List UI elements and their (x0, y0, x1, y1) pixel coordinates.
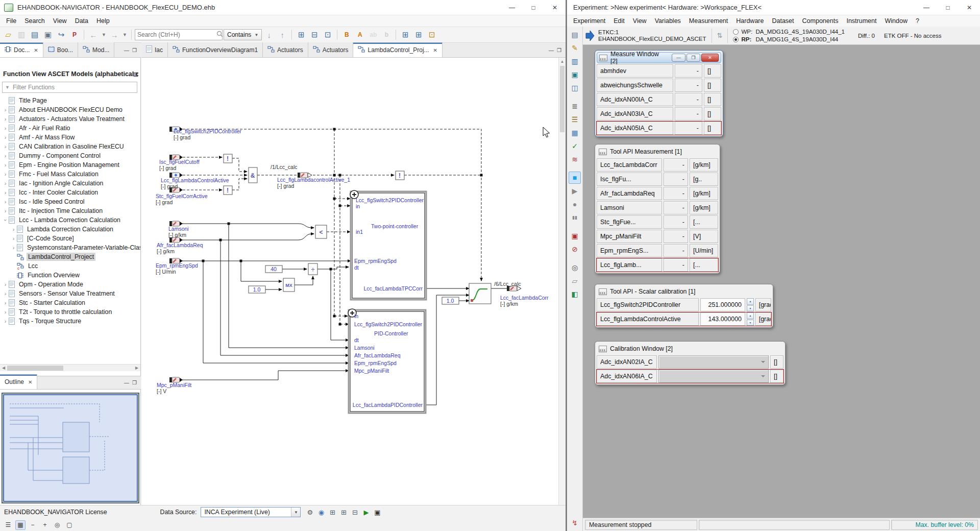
measure-row-stc-flgfue-[interactable]: Stc_flgFue...-[... (597, 215, 718, 229)
menu-file[interactable]: File (2, 16, 20, 26)
maximize-pane-icon[interactable]: ❐ (557, 47, 561, 53)
chevron-icon[interactable]: › (10, 245, 17, 251)
chevron-icon[interactable]: › (2, 153, 9, 159)
filter-functions-input[interactable]: ▼ Filter Functions (2, 82, 137, 93)
tree-item-stc-starter-calculation[interactable]: ›Stc - Starter Calculation (0, 298, 140, 307)
menu-components[interactable]: Components (798, 16, 843, 26)
menu-dataset[interactable]: Dataset (768, 16, 798, 26)
wp-radio[interactable] (733, 29, 739, 35)
tree-item-lambda-correction-calculation[interactable]: ›Lambda Correction Calculation (0, 225, 140, 234)
parameter-dropdown[interactable] (658, 370, 769, 383)
panel-restore-button[interactable]: ❐ (687, 54, 700, 62)
chevron-icon[interactable]: › (2, 291, 9, 297)
tree-item-lcc[interactable]: cLcc (0, 261, 140, 271)
calibration-row-lcc-flglambdacontrolactive[interactable]: Lcc_flgLambdaControlActive143.000000▲▼[g… (597, 312, 771, 326)
editor-tab-actuators[interactable]: Actuators (263, 42, 308, 57)
two-point-controller-block[interactable] (351, 191, 426, 300)
tool-api-measurement-panel[interactable]: Tool API Measurement [1] Lcc_facLambdaCo… (595, 144, 720, 274)
menu-data[interactable]: Data (71, 16, 92, 26)
window-icon[interactable]: ▱ (569, 275, 581, 287)
fit-view-icon[interactable]: ▢ (64, 520, 75, 530)
data-source-select[interactable]: INCA Experiment (Live) ▼ (201, 507, 301, 517)
scroll-left-icon[interactable]: ◀ (0, 365, 7, 371)
wp-radio-row[interactable]: WP: DA_MDG1G_4S_19A030D_I44_1 (733, 28, 845, 36)
minimize-button[interactable]: — (916, 0, 937, 15)
start-measure-icon[interactable]: ▶ (569, 185, 581, 197)
minimize-pane-icon[interactable]: — (124, 380, 129, 385)
export-icon[interactable]: ↪ (55, 29, 67, 41)
model-ref-icon[interactable]: ⊡ (322, 29, 334, 41)
measure-list-icon[interactable]: ☰ (569, 113, 581, 126)
outline-thumbnail[interactable] (2, 393, 139, 503)
table-icon[interactable]: ▦ (569, 127, 581, 139)
tree-item-amf-air-mass-flow[interactable]: ›Amf - Air Mass Flow (0, 133, 140, 142)
spinner-up-icon[interactable]: ▲ (747, 298, 754, 305)
sort-arrows-icon[interactable]: ⇅ (717, 32, 723, 39)
calibration-window-panel[interactable]: Calibration Window [2] Adc_idxAN02IA_C[]… (595, 341, 786, 385)
minimize-pane-icon[interactable]: — (549, 47, 554, 53)
chevron-icon[interactable]: › (2, 116, 9, 122)
value-spinner[interactable]: ▲▼ (747, 312, 754, 326)
chevron-icon[interactable]: › (2, 199, 9, 205)
sync-icon[interactable]: ⊟ (350, 507, 360, 517)
chevron-icon[interactable]: › (2, 125, 9, 131)
tree-item-fmc-fuel-mass-calculation[interactable]: ›Fmc - Fuel Mass Calculation (0, 170, 140, 179)
rp-radio-row[interactable]: RP: DA_MDG1G_4S_19A030D_I44 (733, 36, 845, 43)
diagram3-icon[interactable]: ⊡ (426, 29, 438, 41)
panel-tab-mod-[interactable]: Mod... (78, 42, 114, 57)
sliders-icon[interactable]: ≣ (569, 100, 581, 112)
chevron-icon[interactable]: › (2, 171, 9, 177)
calibration-row-lcc-flgswitch2pidcontroller[interactable]: Lcc_flgSwitch2PIDController251.000000▲▼[… (597, 298, 771, 311)
dropdown-caret-icon[interactable]: ▼ (121, 29, 128, 41)
measure-row-lamsoni[interactable]: Lamsoni-[g/km] (597, 201, 718, 214)
panel-tab-doc-[interactable]: Doc...✕ (0, 42, 43, 57)
minimize-button[interactable]: — (501, 0, 523, 15)
grid-view-icon[interactable]: ▦ (15, 520, 26, 530)
calibration-row-adc-idxan02ia-c[interactable]: Adc_idxAN02IA_C[] (597, 355, 783, 369)
notebook-icon[interactable]: ▤ (569, 29, 581, 41)
chevron-icon[interactable]: › (2, 180, 9, 186)
back-icon[interactable]: ← (87, 29, 100, 41)
tree-item-iac-ignition-angle-calculation[interactable]: ›Iac - Ignition Angle Calculation (0, 179, 140, 188)
signals-icon[interactable]: ≋ (569, 153, 581, 165)
snapshot-icon[interactable]: ⊞ (338, 507, 349, 517)
scalar-calibration-titlebar[interactable]: Tool API - Scalar calibration [1] (597, 286, 771, 297)
diagram2-icon[interactable]: ⊞ (412, 29, 425, 41)
canvas-vscrollbar[interactable]: ▲ (558, 58, 566, 505)
tree-item-dummy-component-control[interactable]: ›Dummy - Component Control (0, 151, 140, 160)
stop-red-icon[interactable]: ▣ (569, 230, 581, 242)
chevron-icon[interactable]: › (3, 217, 9, 224)
parameter-value[interactable]: 143.000000 (700, 312, 745, 326)
tree-item-afr-air-fuel-ratio[interactable]: ›Afr - Air Fuel Ratio (0, 124, 140, 133)
measure-row-epm-rpmengs-[interactable]: Epm_rpmEngS...-[U/min] (597, 244, 718, 257)
calibration-row-adc-idxan06ia-c[interactable]: Adc_idxAN06IA_C[] (597, 370, 783, 383)
spinner-up-icon[interactable]: ▲ (747, 312, 754, 319)
folder-edit-icon[interactable]: ✎ (569, 42, 581, 54)
editor-tab-actuators[interactable]: Actuators (308, 42, 354, 57)
menu-instrument[interactable]: Instrument (842, 16, 880, 26)
no-access-icon[interactable]: ⊘ (569, 243, 581, 255)
tree-item-title-page[interactable]: Title Page (0, 96, 140, 105)
menu-experiment[interactable]: Experiment (569, 16, 609, 26)
maximize-button[interactable]: □ (937, 0, 959, 15)
check-icon[interactable]: ✓ (569, 140, 581, 152)
measure-row-abmhdev[interactable]: abmhdev-[] (597, 64, 721, 78)
find-a-icon[interactable]: A (354, 29, 366, 41)
chevron-icon[interactable]: › (2, 281, 9, 287)
menu-measurement[interactable]: Measurement (685, 16, 732, 26)
maximize-pane-icon[interactable]: ❐ (132, 380, 137, 385)
visibility-icon[interactable]: ◉ (316, 507, 326, 517)
zoom-out-icon[interactable]: − (28, 520, 38, 530)
calibration-window-titlebar[interactable]: Calibration Window [2] (597, 343, 783, 354)
menu-help[interactable]: Help (92, 16, 114, 26)
diagram1-icon[interactable]: ⊞ (399, 29, 411, 41)
editor-tab-functionoverviewdiagram1[interactable]: FunctionOverviewDiagram1 (168, 42, 263, 57)
parameter-dropdown[interactable] (658, 355, 769, 369)
menu-window[interactable]: Window (881, 16, 912, 26)
tree-item-t2t-torque-to-throttle-calculation[interactable]: ›T2t - Torque to throttle calculation (0, 307, 140, 317)
measure-row-adc-idxan05ia-c[interactable]: Adc_idxAN05IA_C-[] (597, 122, 721, 135)
up-arrow-icon[interactable]: ↑ (276, 29, 288, 41)
close-button[interactable]: ✕ (959, 0, 980, 15)
measure-row-abweichungsschwelle[interactable]: abweichungsSchwelle-[] (597, 79, 721, 92)
tree-item--c-code-source-[interactable]: ›[C-Code Source] (0, 234, 140, 243)
